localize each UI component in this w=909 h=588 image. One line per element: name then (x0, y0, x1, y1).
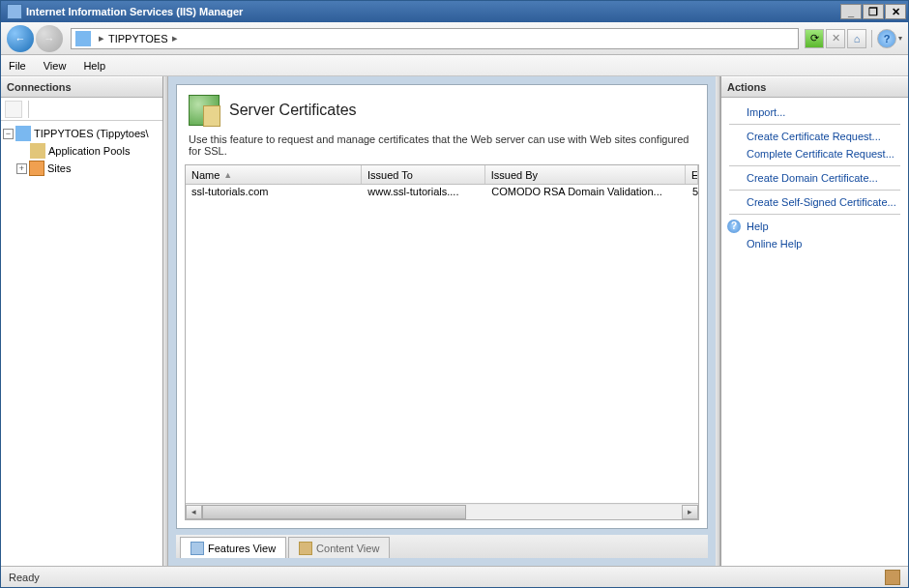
cell-issued-to: www.ssl-tutorials.... (362, 185, 485, 202)
content-view-icon (299, 542, 312, 555)
col-issued-to[interactable]: Issued To (362, 165, 485, 184)
certificates-icon (189, 95, 220, 126)
grid-header: Name▲ Issued To Issued By Expiration D (186, 165, 698, 185)
server-icon (15, 126, 31, 141)
scroll-thumb[interactable] (202, 505, 466, 519)
chevron-right-icon: ▸ (99, 32, 104, 44)
status-bar: Ready (1, 566, 908, 587)
connections-panel: Connections − TIPPYTOES (Tippytoes\ Appl… (1, 76, 163, 566)
action-create-domain-cert[interactable]: Create Domain Certificate... (725, 169, 904, 187)
tree-app-pools-label: Application Pools (48, 145, 130, 157)
tab-features-view[interactable]: Features View (180, 537, 286, 558)
chevron-right-icon: ▸ (172, 32, 178, 44)
body: Connections − TIPPYTOES (Tippytoes\ Appl… (1, 76, 908, 566)
col-name[interactable]: Name▲ (186, 165, 362, 184)
col-issued-by[interactable]: Issued By (485, 165, 686, 184)
iis-manager-window: Internet Information Services (IIS) Mana… (0, 0, 909, 588)
table-row[interactable]: ssl-tutorials.com www.ssl-tutorials.... … (186, 185, 698, 202)
window-title: Internet Information Services (IIS) Mana… (26, 6, 243, 17)
cell-name: ssl-tutorials.com (186, 185, 362, 202)
separator (729, 214, 900, 215)
tab-content-label: Content View (316, 543, 379, 554)
menu-file[interactable]: File (9, 60, 26, 72)
sites-icon (29, 161, 44, 176)
tab-features-label: Features View (208, 543, 276, 554)
horizontal-scrollbar[interactable]: ◂ ▸ (186, 503, 698, 519)
config-icon[interactable] (885, 570, 900, 585)
connections-tree: − TIPPYTOES (Tippytoes\ Application Pool… (1, 121, 162, 181)
col-name-label: Name (191, 169, 220, 181)
refresh-icon[interactable]: ⟳ (805, 29, 824, 48)
back-button[interactable]: ← (7, 25, 34, 52)
separator (729, 165, 900, 166)
actions-body: Import... Create Certificate Request... … (721, 98, 908, 258)
features-view-icon (191, 542, 204, 555)
sort-asc-icon: ▲ (223, 170, 232, 180)
action-help[interactable]: Help (725, 218, 904, 235)
page-description: Use this feature to request and manage c… (177, 130, 707, 164)
col-issued-to-label: Issued To (367, 169, 413, 181)
scroll-right-icon[interactable]: ▸ (682, 505, 698, 519)
content-header: Server Certificates (177, 85, 707, 130)
separator (729, 190, 900, 191)
action-import[interactable]: Import... (725, 103, 904, 121)
forward-button[interactable]: → (36, 25, 63, 52)
actions-header: Actions (721, 76, 908, 98)
page-title: Server Certificates (229, 102, 357, 119)
tree-node-app-pools[interactable]: Application Pools (3, 142, 161, 160)
tree-node-server[interactable]: − TIPPYTOES (Tippytoes\ (3, 125, 161, 142)
title-bar: Internet Information Services (IIS) Mana… (1, 1, 908, 22)
breadcrumb-server: TIPPYTOES (108, 33, 168, 44)
tab-content-view[interactable]: Content View (288, 537, 390, 558)
action-online-help[interactable]: Online Help (725, 235, 904, 252)
tree-server-label: TIPPYTOES (Tippytoes\ (34, 128, 149, 139)
restore-button[interactable]: ❐ (863, 4, 884, 19)
server-icon (75, 31, 91, 46)
col-expiration-label: Expiration D (691, 169, 698, 181)
scroll-track[interactable] (202, 505, 682, 519)
cell-issued-by: COMODO RSA Domain Validation... (485, 185, 687, 202)
menu-help[interactable]: Help (83, 60, 105, 72)
menu-view[interactable]: View (44, 60, 67, 72)
help-icon[interactable]: ? (877, 29, 896, 48)
app-pools-icon (30, 143, 45, 159)
col-issued-by-label: Issued By (491, 169, 538, 181)
separator (729, 124, 900, 125)
minimize-button[interactable]: _ (840, 4, 862, 19)
close-button[interactable]: ✕ (885, 4, 906, 19)
stop-icon[interactable]: ✕ (826, 29, 845, 48)
toolbar-separator (28, 101, 29, 118)
view-tabs: Features View Content View (176, 535, 708, 558)
app-icon (7, 4, 22, 19)
toolbar-separator (871, 30, 872, 47)
actions-panel: Actions Import... Create Certificate Req… (720, 76, 908, 566)
tree-sites-label: Sites (47, 162, 71, 174)
action-create-self-signed[interactable]: Create Self-Signed Certificate... (725, 193, 904, 211)
center-panel: Server Certificates Use this feature to … (168, 76, 716, 566)
action-complete-cert-request[interactable]: Complete Certificate Request... (725, 145, 904, 162)
breadcrumb[interactable]: ▸ TIPPYTOES ▸ (71, 28, 799, 49)
collapse-icon[interactable]: − (3, 129, 14, 139)
grid-body: ssl-tutorials.com www.ssl-tutorials.... … (186, 185, 698, 503)
nav-bar: ← → ▸ TIPPYTOES ▸ ⟳ ✕ ⌂ ? ▾ (1, 22, 908, 55)
col-expiration[interactable]: Expiration D (686, 165, 698, 184)
connections-header: Connections (1, 76, 162, 98)
certificates-grid: Name▲ Issued To Issued By Expiration D s… (185, 164, 699, 520)
help-dropdown-icon[interactable]: ▾ (898, 34, 902, 43)
home-icon[interactable]: ⌂ (847, 29, 866, 48)
connections-toolbar (1, 98, 162, 121)
status-text: Ready (9, 572, 40, 583)
scroll-left-icon[interactable]: ◂ (186, 505, 202, 519)
connect-icon[interactable] (5, 101, 22, 118)
action-create-cert-request[interactable]: Create Certificate Request... (725, 128, 904, 145)
tree-node-sites[interactable]: + Sites (3, 160, 161, 177)
content-card: Server Certificates Use this feature to … (176, 84, 708, 529)
expand-icon[interactable]: + (16, 163, 27, 174)
cell-expiration: 5/25/2016 (687, 185, 698, 202)
menu-bar: File View Help (1, 55, 908, 76)
